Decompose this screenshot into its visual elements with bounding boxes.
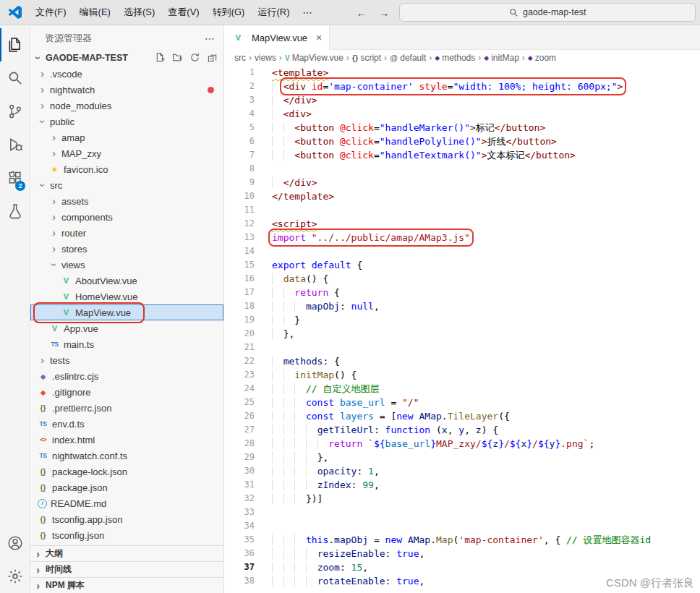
tab-mapview[interactable]: V MapView.vue × (224, 25, 330, 50)
code-line-8[interactable]: 8 (224, 162, 700, 176)
code-line-31[interactable]: 31 zIndex: 99, (224, 478, 700, 492)
collapse-all-icon[interactable] (207, 52, 218, 63)
code-line-29[interactable]: 29 }, (224, 451, 700, 464)
menu-item[interactable]: 转到(G) (206, 4, 252, 21)
tree-item-.eslintrc.cjs[interactable]: ◆.eslintrc.cjs (30, 368, 223, 384)
code-line-35[interactable]: 35 this.mapObj = new AMap.Map('map-conta… (224, 533, 700, 547)
tree-item-nightwatch.conf.ts[interactable]: TSnightwatch.conf.ts (30, 448, 223, 464)
code-line-14[interactable]: 14 (224, 244, 700, 258)
menu-item[interactable]: 运行(R) (251, 4, 296, 21)
tree-item-env.d.ts[interactable]: TSenv.d.ts (30, 416, 223, 432)
code-line-4[interactable]: 4 <div> (224, 107, 700, 121)
more-menu-button[interactable]: ⋯ (296, 5, 318, 20)
breadcrumb-item-methods[interactable]: ◆methods (435, 53, 475, 63)
tree-item-README.md[interactable]: iREADME.md (30, 495, 223, 511)
code-line-18[interactable]: 18 mapObj: null, (224, 299, 700, 313)
new-folder-icon[interactable] (172, 52, 183, 63)
code-line-25[interactable]: 25 const base_url = "/" (224, 396, 700, 409)
tree-item-stores[interactable]: ›stores (30, 241, 223, 257)
menu-item[interactable]: 查看(V) (161, 4, 205, 21)
section-时间线[interactable]: ›时间线 (30, 561, 223, 577)
code-line-22[interactable]: 22 methods: { (224, 354, 700, 368)
code-line-10[interactable]: 10</template> (224, 189, 700, 203)
menu-item[interactable]: 选择(S) (117, 4, 161, 21)
tree-item-.vscode[interactable]: ›.vscode (30, 66, 223, 82)
search-view-icon[interactable] (0, 61, 30, 95)
tree-item-tests[interactable]: ›tests (30, 352, 223, 368)
testing-icon[interactable] (0, 195, 30, 228)
code-line-7[interactable]: 7 <button @click="handleTextmark()">文本标记… (224, 148, 700, 162)
code-line-32[interactable]: 32 })] (224, 492, 700, 505)
command-center-search[interactable]: gaode-map-test (399, 3, 696, 22)
code-line-9[interactable]: 9 </div> (224, 176, 700, 189)
tree-item-MapView.vue[interactable]: VMapView.vue (30, 304, 223, 320)
menu-item[interactable]: 编辑(E) (73, 4, 117, 21)
code-line-23[interactable]: 23 initMap() { (224, 368, 700, 382)
code-line-15[interactable]: 15export default { (224, 258, 700, 272)
tree-item-tsconfig.node.json[interactable]: {}tsconfig.node.json (30, 543, 223, 545)
tree-item-AboutView.vue[interactable]: VAboutView.vue (30, 273, 223, 289)
code-line-6[interactable]: 6 <button @click="handlePolyline()">折线</… (224, 135, 700, 148)
tree-item-public[interactable]: ›public (30, 114, 223, 129)
close-icon[interactable]: × (316, 32, 322, 43)
code-line-5[interactable]: 5 <button @click="handleMarker()">标记</bu… (224, 121, 700, 135)
back-button[interactable]: ← (356, 7, 367, 19)
tree-item-package-lock.json[interactable]: {}package-lock.json (30, 464, 223, 479)
explorer-icon[interactable] (0, 28, 30, 61)
code-line-16[interactable]: 16 data() { (224, 272, 700, 286)
forward-button[interactable]: → (378, 7, 389, 19)
tree-item-.gitignore[interactable]: ◆.gitignore (30, 384, 223, 400)
code-line-11[interactable]: 11 (224, 203, 700, 217)
code-line-1[interactable]: 1<template> (224, 66, 700, 80)
tree-item-main.ts[interactable]: TSmain.ts (30, 336, 223, 352)
tree-item-tsconfig.app.json[interactable]: {}tsconfig.app.json (30, 511, 223, 527)
explorer-more-icon[interactable]: ⋯ (205, 33, 215, 44)
refresh-icon[interactable] (189, 52, 200, 63)
code-line-27[interactable]: 27 getTileUrl: function (x, y, z) { (224, 423, 700, 437)
breadcrumb-item-src[interactable]: src (234, 53, 246, 63)
section-NPM 脚本[interactable]: ›NPM 脚本 (30, 577, 223, 593)
tree-item-package.json[interactable]: {}package.json (30, 479, 223, 495)
code-line-17[interactable]: 17 return { (224, 286, 700, 299)
tree-item-tsconfig.json[interactable]: {}tsconfig.json (30, 527, 223, 543)
breadcrumb-item-zoom[interactable]: ◆zoom (528, 53, 556, 63)
tree-item-MAP_zxy[interactable]: ›MAP_zxy (30, 145, 223, 161)
code-line-28[interactable]: 28 return `${base_url}MAP_zxy/${z}/${x}/… (224, 437, 700, 451)
tree-item-favicon.ico[interactable]: ★favicon.ico (30, 161, 223, 177)
code-line-30[interactable]: 30 opacity: 1, (224, 464, 700, 478)
run-debug-icon[interactable] (0, 128, 30, 161)
extensions-icon[interactable]: 2 (0, 161, 30, 195)
breadcrumb-item-default[interactable]: @default (390, 53, 426, 63)
tree-item-router[interactable]: ›router (30, 225, 223, 241)
code-line-36[interactable]: 36 resizeEnable: true, (224, 547, 700, 560)
account-icon[interactable] (0, 526, 30, 560)
tree-item-node_modules[interactable]: ›node_modules (30, 98, 223, 114)
code-line-3[interactable]: 3 </div> (224, 93, 700, 107)
tree-item-components[interactable]: ›components (30, 209, 223, 225)
code-line-13[interactable]: 13import "../../public/amap/AMap3.js" (224, 231, 700, 244)
code-line-37[interactable]: 37 zoom: 15, (224, 560, 700, 574)
tree-item-.prettierrc.json[interactable]: {}.prettierrc.json (30, 400, 223, 416)
source-control-icon[interactable] (0, 95, 30, 128)
breadcrumb-item-views[interactable]: views (255, 53, 276, 63)
code-line-19[interactable]: 19 } (224, 313, 700, 327)
code-line-2[interactable]: 2 <div id='map-container' style="width: … (224, 80, 700, 93)
code-line-24[interactable]: 24 // 自定义地图层 (224, 382, 700, 396)
code-line-21[interactable]: 21 (224, 341, 700, 354)
breadcrumb-item-script[interactable]: {}script (352, 53, 381, 63)
new-file-icon[interactable] (155, 52, 166, 63)
code-line-20[interactable]: 20 }, (224, 327, 700, 341)
tree-item-views[interactable]: ›views (30, 257, 223, 273)
code-line-38[interactable]: 38 rotateEnable: true, (224, 574, 700, 588)
code-line-12[interactable]: 12<script> (224, 217, 700, 231)
breadcrumb-item-MapView.vue[interactable]: VMapView.vue (285, 53, 343, 63)
settings-gear-icon[interactable] (0, 560, 30, 593)
tree-item-HomeView.vue[interactable]: VHomeView.vue (30, 289, 223, 304)
code-line-34[interactable]: 34 (224, 519, 700, 533)
tree-item-assets[interactable]: ›assets (30, 193, 223, 209)
code-line-26[interactable]: 26 const layers = [new AMap.TileLayer({ (224, 409, 700, 423)
tree-item-nightwatch[interactable]: ›nightwatch (30, 82, 223, 98)
tree-item-App.vue[interactable]: VApp.vue (30, 320, 223, 336)
tree-item-amap[interactable]: ›amap (30, 129, 223, 145)
tree-item-src[interactable]: ›src (30, 177, 223, 193)
